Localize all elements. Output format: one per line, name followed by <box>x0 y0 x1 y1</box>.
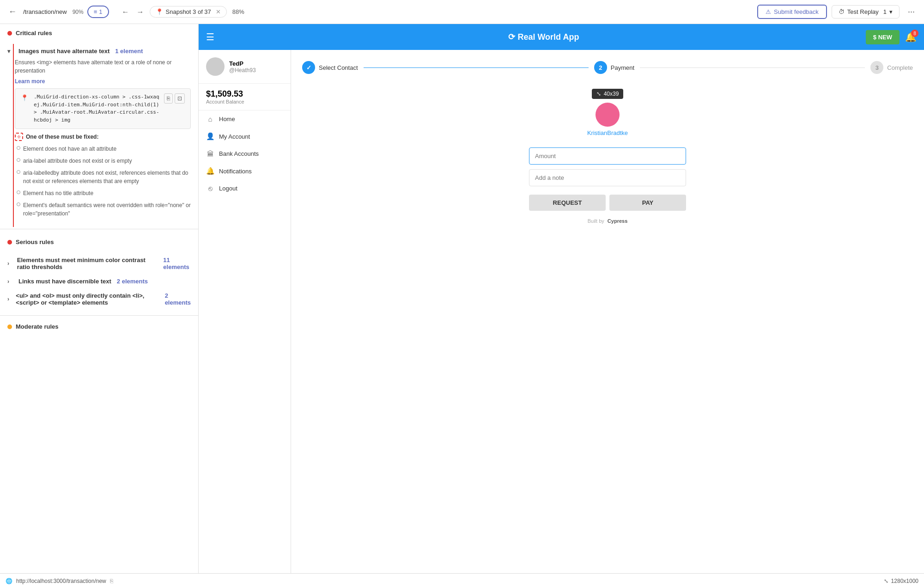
fix-text-2: aria-label attribute does not exist or i… <box>23 157 132 165</box>
bullet-icon <box>17 158 20 162</box>
top-toolbar: ← /transaction/new 90% ≡ 1 ← → 📍 Snapsho… <box>0 0 924 24</box>
app-header: ☰ ⟳ Real World App $ NEW 🔔 8 <box>199 24 924 50</box>
app-body: TedP @Heath93 $1,509.53 Account Balance … <box>199 50 924 588</box>
footer: Built by Cypress <box>302 211 913 231</box>
new-transaction-button[interactable]: $ NEW <box>866 30 900 44</box>
critical-indicator <box>7 31 12 36</box>
target-button[interactable]: ⊡ <box>175 93 185 104</box>
step-complete: 3 Complete <box>870 61 913 74</box>
copy-url-icon[interactable]: ⎘ <box>110 578 113 584</box>
rule3-header[interactable]: › Links must have discernible text 2 ele… <box>0 274 198 288</box>
more-options-button[interactable]: ··· <box>904 5 918 18</box>
moderate-label: Moderate rules <box>16 323 58 330</box>
learn-more-link[interactable]: Learn more <box>15 78 45 85</box>
main-layout: Critical rules ▾ Images must have altern… <box>0 24 924 588</box>
chevron-down-icon: ▾ <box>889 8 893 15</box>
tooltip-dimensions: 40x39 <box>604 91 619 97</box>
step2-label: Payment <box>611 64 634 71</box>
fix-icon: ⊹ <box>15 133 23 141</box>
nav-logout[interactable]: ⎋ Logout <box>199 180 291 197</box>
code-selector: 📍 .MuiGrid-direction-xs-column > .css-1w… <box>15 88 191 129</box>
step2-circle: 2 <box>594 61 607 74</box>
nav-bank-accounts[interactable]: 🏛 Bank Accounts <box>199 145 291 162</box>
alert-icon: ⚠ <box>766 8 771 15</box>
resize-icon: ⤡ <box>596 91 601 97</box>
amount-input[interactable] <box>529 147 686 165</box>
app-preview: ☰ ⟳ Real World App $ NEW 🔔 8 TedP @Heat <box>199 24 924 588</box>
css-selector: .MuiGrid-direction-xs-column > .css-1wxa… <box>34 93 160 124</box>
submit-feedback-button[interactable]: ⚠ Submit feedback <box>757 5 827 19</box>
serious-rules-section: Serious rules › Elements must meet minim… <box>0 231 198 313</box>
rule-images-alt-text: ▾ Images must have alternate text 1 elem… <box>0 44 198 227</box>
divider-2 <box>0 315 198 316</box>
dimensions: 1280x1000 <box>891 578 918 584</box>
bank-icon: 🏛 <box>206 150 214 158</box>
step-line-1 <box>364 67 589 68</box>
nav-notifications[interactable]: 🔔 Notifications <box>199 162 291 180</box>
snapshot-close[interactable]: ✕ <box>216 8 221 15</box>
request-button[interactable]: REQUEST <box>529 195 606 211</box>
fix-header-label: One of these must be fixed: <box>26 134 98 140</box>
rule1-header[interactable]: ▾ Images must have alternate text 1 elem… <box>0 44 198 58</box>
back-button[interactable]: ← <box>6 5 19 18</box>
preview-panel: ☰ ⟳ Real World App $ NEW 🔔 8 TedP @Heat <box>199 24 924 588</box>
step3-label: Complete <box>887 64 913 71</box>
step-select-contact: ✓ Select Contact <box>302 61 358 74</box>
username: TedP <box>229 60 256 67</box>
serious-indicator <box>7 240 12 245</box>
moderate-header: Moderate rules <box>7 323 191 330</box>
test-replay-count: 1 <box>883 8 887 15</box>
step3-circle: 3 <box>870 61 883 74</box>
nav-my-account[interactable]: 👤 My Account <box>199 128 291 145</box>
bold-one: One <box>26 134 36 140</box>
built-by-text: Built by <box>588 218 604 224</box>
hamburger-icon[interactable]: ☰ <box>206 31 214 43</box>
fix-section: ⊹ One of these must be fixed: Element do… <box>15 133 191 218</box>
step-payment: 2 Payment <box>594 61 634 74</box>
note-input[interactable] <box>529 169 686 186</box>
bottom-bar: 🌐 http://localhost:3000/transaction/new … <box>0 573 924 588</box>
nav-forward-button[interactable]: → <box>135 6 146 18</box>
test-replay-button[interactable]: ⏱ Test Replay 1 ▾ <box>832 5 900 18</box>
fix-text-4: Element has no title attribute <box>23 189 93 197</box>
contact-avatar <box>596 103 620 127</box>
app-main-content: ✓ Select Contact 2 Payment 3 Complete <box>291 50 924 588</box>
score-percent: 90% <box>73 9 84 15</box>
copy-button[interactable]: ⎘ <box>164 93 173 104</box>
nav-my-account-label: My Account <box>219 133 250 140</box>
test-replay-label: Test Replay <box>847 8 879 15</box>
fix-item-4: Element has no title attribute <box>15 189 191 197</box>
logout-icon: ⎋ <box>206 184 214 192</box>
form-actions: REQUEST PAY <box>529 195 686 211</box>
nav-home-label: Home <box>219 116 235 122</box>
rule1-desc: Ensures <img> elements have alternate te… <box>15 58 191 75</box>
chevron-right-icon: › <box>7 260 13 267</box>
user-details: TedP @Heath93 <box>229 60 256 74</box>
payment-form: REQUEST PAY <box>529 147 686 211</box>
submit-feedback-label: Submit feedback <box>774 8 819 15</box>
nav-home[interactable]: ⌂ Home <box>199 110 291 128</box>
serious-label: Serious rules <box>16 239 54 245</box>
home-icon: ⌂ <box>206 115 214 123</box>
nav-back-button[interactable]: ← <box>120 6 131 18</box>
rule1-expanded: Ensures <img> elements have alternate te… <box>0 58 198 227</box>
fix-text-1: Element does not have an alt attribute <box>23 145 116 153</box>
notifications-bell[interactable]: 🔔 8 <box>905 31 917 43</box>
app-sidebar: TedP @Heath93 $1,509.53 Account Balance … <box>199 50 291 588</box>
balance-amount: $1,509.53 <box>206 89 283 99</box>
size-tooltip: ⤡ 40x39 <box>592 89 624 99</box>
avatar <box>206 57 225 76</box>
fix-text-3: aria-labelledby attribute does not exist… <box>23 169 191 185</box>
snapshot-nav: ← → 📍 Snapshot 3 of 37 ✕ 88% <box>120 6 244 18</box>
code-actions: ⎘ ⊡ <box>164 93 185 104</box>
filter-button[interactable]: ≡ 1 <box>87 6 109 18</box>
bullet-icon <box>17 170 20 174</box>
replay-icon: ⏱ <box>839 8 845 15</box>
contact-name: KristianBradtke <box>587 129 628 136</box>
pay-button[interactable]: PAY <box>609 195 686 211</box>
chevron-right-icon: › <box>7 296 12 302</box>
user-info: TedP @Heath93 <box>199 57 291 84</box>
rule2-header[interactable]: › Elements must meet minimum color contr… <box>0 253 198 274</box>
rule2-count: 11 elements <box>163 257 191 270</box>
rule4-header[interactable]: › <ul> and <ol> must only directly conta… <box>0 288 198 310</box>
